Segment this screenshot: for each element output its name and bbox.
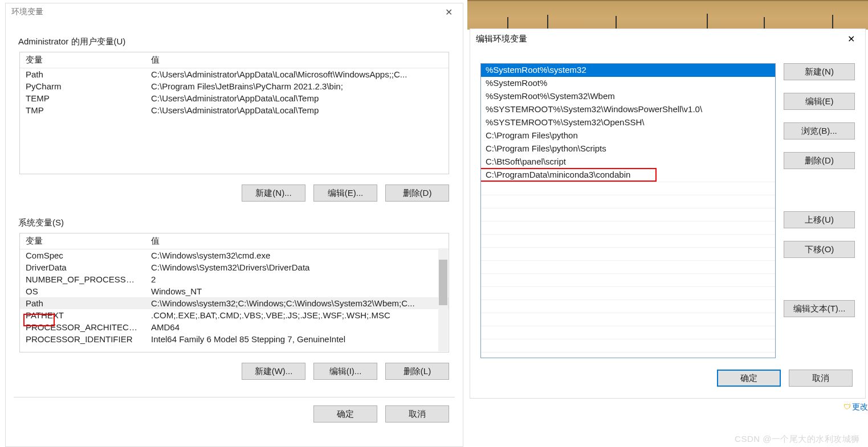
list-item[interactable]: %SystemRoot%\System32\Wbem [481,90,775,103]
list-empty-row [481,352,775,358]
list-empty-row [481,234,775,247]
scroll-thumb[interactable] [439,260,447,305]
new-path-button[interactable]: 新建(N) [784,63,855,80]
list-empty-row [481,339,775,352]
dialog-title: 环境变量 [11,7,43,17]
browse-button[interactable]: 浏览(B)... [784,122,855,140]
list-empty-row [481,300,775,313]
table-header[interactable]: 变量 值 [20,52,449,68]
change-link-text: 更改 [852,402,868,411]
list-empty-row [481,326,775,339]
desktop-background [467,0,868,30]
list-item[interactable]: C:\Program Files\python [481,129,775,142]
list-item[interactable]: %SYSTEMROOT%\System32\WindowsPowerShell\… [481,103,775,116]
list-empty-row [481,182,775,195]
table-row[interactable]: PATHEXT.COM;.EXE;.BAT;.CMD;.VBS;.VBE;.JS… [20,309,449,321]
cell-val: C:\Windows\system32\cmd.exe [145,249,449,261]
sys-edit-button[interactable]: 编辑(I)... [313,363,377,380]
cell-val: .COM;.EXE;.BAT;.CMD;.VBS;.VBE;.JS;.JSE;.… [145,309,449,321]
list-item[interactable]: C:\BtSoft\panel\script [481,155,775,169]
cell-var: TEMP [20,92,145,104]
user-delete-button[interactable]: 删除(D) [385,184,449,202]
list-empty-row [481,286,775,300]
change-settings-link[interactable]: 🛡更改 [843,402,868,412]
sys-delete-button[interactable]: 删除(L) [385,363,449,380]
table-row[interactable]: ComSpecC:\Windows\system32\cmd.exe [20,249,449,261]
col-val-header[interactable]: 值 [145,233,449,249]
dialog-buttons-row: 确定 取消 [6,405,449,423]
list-empty-row [481,260,775,273]
env-vars-dialog: 环境变量 ✕ Administrator 的用户变量(U) 变量 值 PathC… [5,3,463,447]
cancel-button[interactable]: 取消 [789,370,853,387]
sys-vars-table[interactable]: 变量 值 ComSpecC:\Windows\system32\cmd.exeD… [19,233,449,352]
edit-text-button[interactable]: 编辑文本(T)... [784,300,855,317]
cell-val: C:\Windows\System32\Drivers\DriverData [145,261,449,273]
dialog-titlebar[interactable]: 编辑环境变量 ✕ [470,29,865,48]
scrollbar[interactable] [438,248,448,351]
close-icon[interactable]: ✕ [440,7,457,18]
table-row[interactable]: PathC:\Users\Administrator\AppData\Local… [20,68,449,80]
move-down-button[interactable]: 下移(O) [784,241,855,258]
table-row[interactable]: PathC:\Windows\system32;C:\Windows;C:\Wi… [20,297,449,309]
list-item[interactable]: %SystemRoot%\system32 [481,64,775,77]
table-row[interactable]: PROCESSOR_IDENTIFIERIntel64 Family 6 Mod… [20,333,449,345]
ok-button[interactable]: 确定 [717,370,781,387]
col-var-header[interactable]: 变量 [20,233,145,249]
cell-var: Path [20,68,145,80]
table-row[interactable]: TEMPC:\Users\Administrator\AppData\Local… [20,92,449,104]
dialog-title: 编辑环境变量 [476,34,527,44]
user-new-button[interactable]: 新建(N)... [242,184,305,202]
divider [14,397,455,397]
cell-val: C:\Windows\system32;C:\Windows;C:\Window… [145,297,449,309]
sys-vars-label: 系统变量(S) [18,218,463,228]
cell-val: C:\Users\Administrator\AppData\Local\Tem… [145,104,449,116]
table-row[interactable]: PROCESSOR_ARCHITECTUREAMD64 [20,321,449,333]
list-empty-row [481,273,775,286]
cell-var: OS [20,285,145,297]
list-item[interactable]: C:\ProgramData\miniconda3\condabin [481,169,775,182]
shield-icon: 🛡 [843,403,851,411]
cell-var: PROCESSOR_IDENTIFIER [20,333,145,345]
list-item[interactable]: C:\Program Files\python\Scripts [481,142,775,155]
table-header[interactable]: 变量 值 [20,233,449,249]
edit-path-button[interactable]: 编辑(E) [784,93,855,110]
sys-buttons-row: 新建(W)... 编辑(I)... 删除(L) [6,363,449,380]
cell-val: AMD64 [145,321,449,333]
dialog-buttons-row: 确定 取消 [717,370,853,387]
user-edit-button[interactable]: 编辑(E)... [313,184,377,202]
cancel-button[interactable]: 取消 [385,405,449,423]
cell-val: C:\Program Files\JetBrains\PyCharm 2021.… [145,80,449,92]
table-row[interactable]: NUMBER_OF_PROCESSORS2 [20,273,449,285]
cell-var: PyCharm [20,80,145,92]
side-buttons: 新建(N) 编辑(E) 浏览(B)... 删除(D) 上移(U) 下移(O) 编… [784,63,855,358]
cell-var: DriverData [20,261,145,273]
table-row[interactable]: TMPC:\Users\Administrator\AppData\Local\… [20,104,449,116]
close-icon[interactable]: ✕ [842,34,859,44]
cell-var: PROCESSOR_ARCHITECTURE [20,321,145,333]
user-vars-label: Administrator 的用户变量(U) [18,36,463,47]
list-empty-row [481,208,775,221]
path-list[interactable]: %SystemRoot%\system32%SystemRoot%%System… [480,63,776,358]
list-item[interactable]: %SYSTEMROOT%\System32\OpenSSH\ [481,116,775,129]
cell-var: Path [20,297,145,309]
user-buttons-row: 新建(N)... 编辑(E)... 删除(D) [6,184,449,202]
move-up-button[interactable]: 上移(U) [784,211,855,228]
cell-var: PATHEXT [20,309,145,321]
table-row[interactable]: DriverDataC:\Windows\System32\Drivers\Dr… [20,261,449,273]
delete-path-button[interactable]: 删除(D) [784,152,855,169]
list-item[interactable]: %SystemRoot% [481,77,775,90]
dialog-titlebar[interactable]: 环境变量 ✕ [6,3,463,20]
cell-val: 2 [145,273,449,285]
watermark: CSDN @一个尾大的水利攻城狮 [735,434,860,445]
user-vars-table[interactable]: 变量 值 PathC:\Users\Administrator\AppData\… [19,52,449,174]
list-empty-row [481,313,775,326]
col-val-header[interactable]: 值 [145,52,449,68]
table-row[interactable]: OSWindows_NT [20,285,449,297]
sys-new-button[interactable]: 新建(W)... [242,363,305,380]
ok-button[interactable]: 确定 [313,405,377,423]
col-var-header[interactable]: 变量 [20,52,145,68]
cell-var: NUMBER_OF_PROCESSORS [20,273,145,285]
cell-var: TMP [20,104,145,116]
table-row[interactable]: PyCharmC:\Program Files\JetBrains\PyChar… [20,80,449,92]
edit-env-var-dialog: 编辑环境变量 ✕ %SystemRoot%\system32%SystemRoo… [470,28,866,399]
